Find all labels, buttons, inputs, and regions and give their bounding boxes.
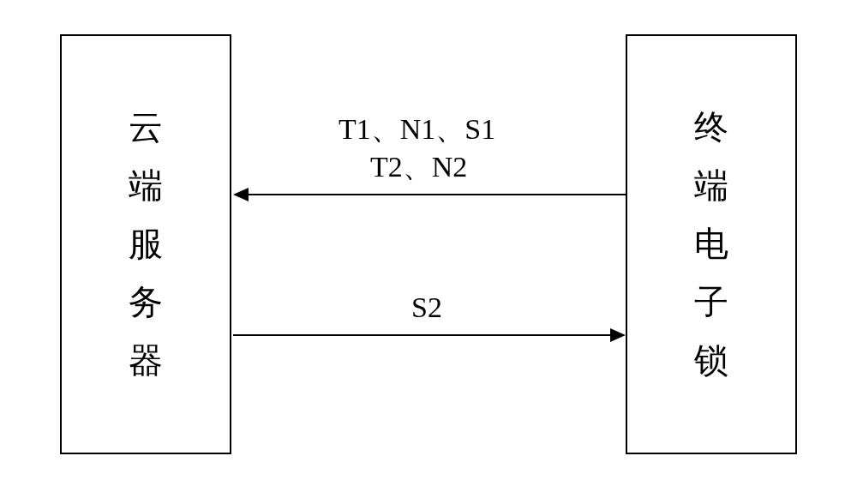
char: 端 [694,157,728,215]
char: 务 [129,273,163,332]
cloud-server-box: 云 端 服 务 器 [60,34,231,454]
char: 云 [129,99,163,157]
arrow-top-line [247,194,626,195]
char: 锁 [694,332,728,390]
terminal-lock-box: 终 端 电 子 锁 [626,34,797,454]
arrow-bottom-head-icon [610,328,626,342]
arrow-bottom-label: S2 [411,291,442,324]
arrow-top-head-icon [233,188,249,201]
arrow-bottom-line [233,334,612,336]
arrow-top-label-line2: T2、N2 [370,147,467,187]
char: 子 [694,273,728,332]
char: 端 [129,157,163,215]
terminal-lock-label: 终 端 电 子 锁 [694,99,728,390]
char: 器 [129,332,163,390]
char: 终 [694,99,728,157]
char: 服 [129,215,163,273]
char: 电 [694,215,728,273]
cloud-server-label: 云 端 服 务 器 [129,99,163,390]
arrow-top-label-line1: T1、N1、S1 [339,110,495,149]
